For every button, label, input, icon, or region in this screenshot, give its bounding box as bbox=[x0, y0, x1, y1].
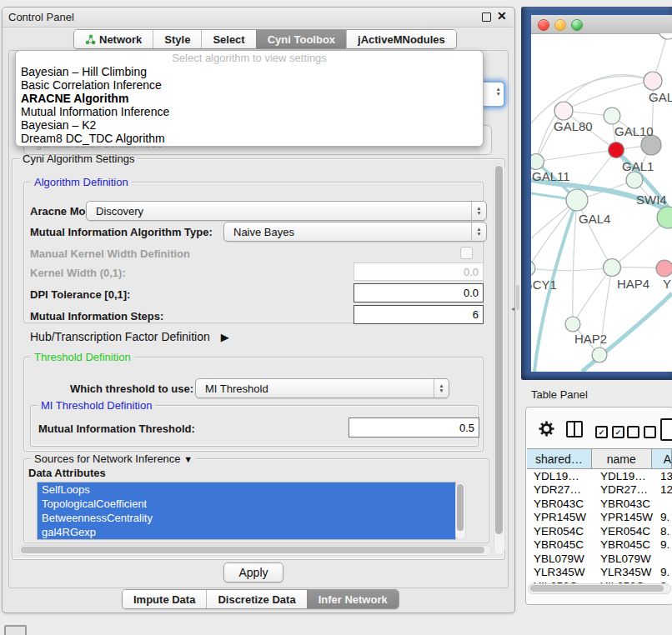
table-body: YDL19…YDL19…13YDR27…YDR27…12YBR043CYBR04… bbox=[527, 469, 672, 585]
mi-steps-field[interactable]: 6 bbox=[354, 305, 484, 324]
network-node[interactable] bbox=[565, 317, 580, 332]
control-panel-titlebar[interactable] bbox=[3, 8, 513, 28]
network-node[interactable] bbox=[531, 261, 535, 276]
minimized-panel-button[interactable] bbox=[4, 625, 27, 635]
splitter-collapse-handle[interactable]: ◂ bbox=[511, 305, 514, 312]
data-attributes-list[interactable]: SelfLoopsTopologicalCoefficientBetweenne… bbox=[37, 482, 456, 540]
network-edge[interactable] bbox=[536, 150, 616, 162]
aracne-mode-combobox[interactable]: Discovery ▲▼ bbox=[86, 201, 487, 221]
settings-hscrollbar[interactable] bbox=[18, 545, 492, 556]
mi-steps-label: Mutual Information Steps: bbox=[30, 310, 163, 322]
table-settings-gear-icon[interactable] bbox=[539, 421, 554, 440]
table-row[interactable]: YBR045CYBR045C9. bbox=[527, 538, 672, 552]
settings-scrollbar[interactable] bbox=[494, 163, 505, 555]
network-edge[interactable] bbox=[573, 200, 577, 324]
attributes-scrollbar-thumb[interactable] bbox=[457, 484, 464, 531]
tab-impute-data[interactable]: Impute Data bbox=[123, 590, 206, 608]
tab-cyni-toolbox[interactable]: Cyni Toolbox bbox=[256, 30, 346, 48]
tab-discretize-data[interactable]: Discretize Data bbox=[206, 590, 306, 608]
network-node[interactable] bbox=[657, 207, 672, 228]
network-node[interactable] bbox=[592, 348, 607, 362]
kernel-width-field[interactable]: 0.0 bbox=[354, 262, 484, 281]
attribute-item-topologicalcoefficient[interactable]: TopologicalCoefficient bbox=[38, 497, 455, 511]
splitter-scroll-fragment[interactable] bbox=[516, 285, 519, 310]
hub-definition-label: Hub/Transcription Factor Definition bbox=[30, 330, 210, 343]
table-row[interactable]: YER054CYER054C8. bbox=[527, 524, 672, 538]
network-node[interactable] bbox=[554, 102, 573, 120]
attribute-item-betweennesscentrality[interactable]: BetweennessCentrality bbox=[38, 511, 455, 525]
mi-type-value: Naive Bayes bbox=[233, 226, 294, 238]
network-edge[interactable] bbox=[531, 77, 653, 123]
column-header-a[interactable]: A bbox=[652, 449, 672, 468]
tab-style[interactable]: Style bbox=[153, 30, 201, 48]
data-attributes-label: Data Attributes bbox=[28, 467, 106, 479]
algorithm-option-bayesian-hill-climbing[interactable]: Bayesian – Hill Climbing bbox=[16, 65, 483, 78]
algorithm-option-basic-correlation-inference[interactable]: Basic Correlation Inference bbox=[16, 78, 483, 92]
dpi-tolerance-field[interactable]: 0.0 bbox=[354, 283, 484, 302]
table-cell: YBR045C bbox=[527, 538, 594, 552]
mac-zoom-button[interactable] bbox=[571, 19, 583, 31]
network-node[interactable] bbox=[604, 259, 621, 277]
tab-jactivemnodules[interactable]: jActiveMNodules bbox=[346, 30, 456, 48]
network-node[interactable] bbox=[626, 172, 643, 188]
attribute-item-selfloops[interactable]: SelfLoops bbox=[38, 482, 455, 497]
network-node[interactable] bbox=[531, 154, 544, 170]
tab-infer-network[interactable]: Infer Network bbox=[307, 590, 399, 608]
network-node[interactable] bbox=[644, 72, 662, 90]
show-columns-icon[interactable]: ✓✓ bbox=[595, 426, 624, 438]
network-node[interactable] bbox=[659, 33, 672, 39]
mi-threshold-field[interactable]: 0.5 bbox=[349, 418, 479, 438]
table-panel-title: Table Panel bbox=[531, 388, 588, 401]
network-node[interactable] bbox=[604, 108, 620, 124]
table-row[interactable]: YDL19…YDL19…13 bbox=[527, 469, 672, 483]
settings-hscrollbar-thumb[interactable] bbox=[21, 547, 484, 553]
table-row[interactable]: YPR145WYPR145W9. bbox=[527, 511, 672, 525]
algorithm-option-aracne-algorithm[interactable]: ARACNE Algorithm bbox=[16, 92, 483, 105]
table-row[interactable]: YLR345WYLR345W9. bbox=[527, 566, 672, 580]
attributes-scrollbar[interactable] bbox=[455, 482, 466, 540]
network-edge[interactable] bbox=[573, 268, 612, 324]
network-node[interactable] bbox=[656, 260, 672, 277]
column-header-shared-[interactable]: shared… bbox=[527, 449, 592, 468]
network-window-titlebar[interactable] bbox=[531, 15, 672, 34]
network-edge[interactable] bbox=[536, 75, 653, 162]
export-table-icon[interactable] bbox=[660, 418, 672, 441]
which-threshold-combobox[interactable]: MI Threshold ▲▼ bbox=[195, 378, 449, 398]
split-columns-icon[interactable] bbox=[566, 421, 583, 438]
tab-select[interactable]: Select bbox=[201, 30, 255, 48]
column-header-name[interactable]: name bbox=[592, 449, 652, 468]
table-cell: YLR345W bbox=[594, 566, 655, 580]
settings-scrollbar-thumb[interactable] bbox=[495, 166, 503, 534]
table-hscrollbar[interactable] bbox=[528, 583, 671, 594]
network-node[interactable] bbox=[566, 189, 588, 211]
mi-type-combobox[interactable]: Naive Bayes ▲▼ bbox=[223, 222, 487, 242]
float-window-icon[interactable] bbox=[482, 12, 491, 22]
dpi-tolerance-label: DPI Tolerance [0,1]: bbox=[30, 288, 130, 301]
tab-network[interactable]: Network bbox=[74, 30, 153, 48]
table-hscrollbar-thumb[interactable] bbox=[530, 585, 664, 592]
network-edge[interactable] bbox=[577, 200, 612, 268]
apply-button[interactable]: Apply bbox=[223, 562, 283, 582]
manual-kernel-checkbox[interactable] bbox=[460, 247, 473, 259]
attribute-item-gal4rgexp[interactable]: gal4RGexp bbox=[38, 525, 455, 539]
table-row[interactable]: YBR043CYBR043C bbox=[527, 497, 672, 511]
table-row[interactable]: YDR27…YDR27…12 bbox=[527, 483, 672, 498]
hub-definition-expander[interactable]: Hub/Transcription Factor Definition ▶ bbox=[30, 330, 229, 343]
algorithm-option-dream8-dc-tdc-algorithm[interactable]: Dream8 DC_TDC Algorithm bbox=[16, 132, 483, 145]
algorithm-dropdown-popup: Select algorithm to view settings Bayesi… bbox=[15, 50, 484, 147]
network-edge[interactable] bbox=[531, 200, 577, 268]
table-row[interactable]: YBL079WYBL079W bbox=[527, 552, 672, 566]
network-edge[interactable] bbox=[531, 268, 612, 271]
close-panel-icon[interactable]: ✕ bbox=[497, 9, 507, 22]
mac-minimize-button[interactable] bbox=[554, 19, 566, 31]
mac-close-button[interactable] bbox=[538, 19, 549, 31]
network-edge[interactable] bbox=[564, 81, 653, 111]
node-label-gal4: GAL4 bbox=[579, 212, 610, 226]
network-canvas[interactable]: GALGAL80GAL10GAL1GAL11SWI4GAL4GCY1HAP4YH… bbox=[531, 33, 672, 372]
algorithm-option-bayesian-k2[interactable]: Bayesian – K2 bbox=[16, 118, 483, 132]
algorithm-option-mutual-information-inference[interactable]: Mutual Information Inference bbox=[16, 105, 483, 118]
combo-stepper-icon: ▲▼ bbox=[496, 87, 501, 97]
hide-columns-icon[interactable] bbox=[627, 426, 656, 438]
network-node[interactable] bbox=[609, 142, 624, 158]
expander-expanded-icon[interactable]: ▼ bbox=[183, 454, 193, 464]
